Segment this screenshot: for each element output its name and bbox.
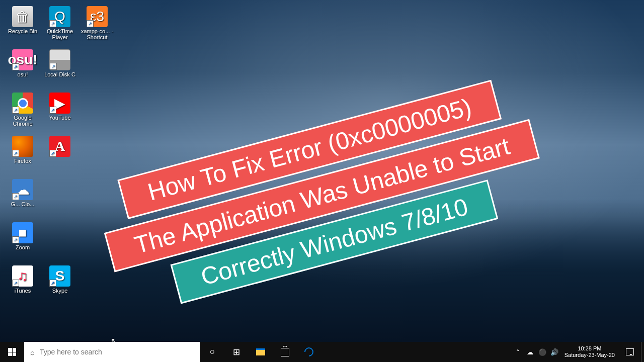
- wifi-icon: ⚫: [538, 348, 546, 356]
- tray-overflow-button[interactable]: ˄: [512, 342, 524, 362]
- start-button[interactable]: [0, 342, 24, 362]
- osu-icon[interactable]: osu!↗ osu!: [4, 47, 41, 90]
- shortcut-arrow-icon: ↗: [12, 280, 19, 287]
- shopping-bag-icon: [281, 348, 289, 356]
- quicktime-logo-icon: Q↗: [49, 6, 70, 27]
- cloud-icon: ☁: [527, 348, 533, 356]
- recycle-bin-icon[interactable]: 🗑 Recycle Bin: [4, 4, 41, 47]
- icon-label: YouTube: [49, 115, 70, 121]
- clock-time: 10:28 PM: [565, 345, 615, 352]
- folder-icon: [256, 348, 265, 355]
- search-icon: ⌕: [30, 348, 35, 356]
- icon-label: Local Disk C: [44, 71, 75, 77]
- osu-logo-icon: osu!↗: [12, 49, 33, 70]
- icon-label: osu!: [18, 71, 28, 77]
- firefox-logo-icon: ↗: [12, 136, 33, 157]
- icon-label: Google Chrome: [5, 115, 40, 127]
- action-center-button[interactable]: [619, 342, 641, 362]
- taskbar-search[interactable]: ⌕: [24, 342, 200, 362]
- volume-tray[interactable]: 🔊: [548, 342, 560, 362]
- xampp-logo-icon: ε3↗: [87, 6, 108, 27]
- icon-label: Skype: [52, 288, 68, 294]
- network-tray[interactable]: ⚫: [536, 342, 548, 362]
- shortcut-arrow-icon: ↗: [49, 150, 56, 157]
- icon-label: Recycle Bin: [8, 28, 37, 34]
- skype-icon[interactable]: S↗ Skype: [41, 263, 78, 307]
- windows-logo-icon: [8, 348, 16, 356]
- chevron-up-icon: ˄: [516, 348, 520, 356]
- icon-label: Zoom: [16, 244, 30, 250]
- youtube-icon[interactable]: ▶↗ YouTube: [41, 90, 78, 134]
- cortana-icon: ○: [210, 347, 215, 357]
- trash-icon: 🗑: [12, 6, 33, 27]
- itunes-icon[interactable]: ♫↗ iTunes: [4, 263, 41, 307]
- icon-label: QuickTime Player: [42, 28, 77, 40]
- icon-label: G... Clo...: [11, 201, 34, 207]
- shortcut-arrow-icon: ↗: [49, 107, 56, 114]
- skype-logo-icon: S↗: [49, 265, 70, 287]
- file-explorer-button[interactable]: [249, 342, 273, 362]
- taskbar: ⌕ ○ ⊞ ˄ ☁ ⚫ 🔊 10:28 PM Saturday-23-May-2…: [0, 342, 644, 362]
- shortcut-arrow-icon: ↗: [87, 20, 94, 27]
- chrome-logo-icon: ↗: [12, 93, 33, 114]
- shortcut-arrow-icon: ↗: [12, 150, 19, 157]
- xampp-icon[interactable]: ε3↗ xampp-co... - Shortcut: [78, 4, 116, 47]
- zoom-icon[interactable]: ■↗ Zoom: [4, 220, 41, 263]
- show-desktop-button[interactable]: [641, 342, 644, 362]
- adobe-logo-icon: A↗: [49, 136, 70, 157]
- shortcut-arrow-icon: ↗: [12, 236, 19, 243]
- system-tray: ˄ ☁ ⚫ 🔊 10:28 PM Saturday-23-May-20: [512, 342, 644, 362]
- clock-date: Saturday-23-May-20: [565, 352, 615, 358]
- shortcut-arrow-icon: ↗: [12, 193, 19, 200]
- notification-icon: [626, 348, 634, 355]
- shortcut-arrow-icon: ↗: [50, 63, 57, 70]
- task-view-button[interactable]: ⊞: [224, 342, 249, 362]
- cloud-icon: ☁↗: [12, 179, 33, 200]
- shortcut-arrow-icon: ↗: [49, 280, 56, 287]
- local-disk-icon[interactable]: ↗ Local Disk C: [41, 47, 78, 90]
- cloud-app-icon[interactable]: ☁↗ G... Clo...: [4, 177, 41, 220]
- search-input[interactable]: [40, 348, 194, 356]
- zoom-logo-icon: ■↗: [12, 222, 33, 243]
- cortana-button[interactable]: ○: [200, 342, 224, 362]
- chrome-icon[interactable]: ↗ Google Chrome: [4, 90, 41, 134]
- shortcut-arrow-icon: ↗: [12, 107, 19, 114]
- icon-label: iTunes: [15, 288, 31, 294]
- drive-icon: ↗: [49, 49, 70, 70]
- speaker-icon: 🔊: [550, 348, 558, 356]
- quicktime-icon[interactable]: Q↗ QuickTime Player: [41, 4, 78, 47]
- edge-button[interactable]: [297, 342, 321, 362]
- icon-label: Firefox: [14, 158, 31, 164]
- itunes-logo-icon: ♫↗: [12, 265, 33, 287]
- store-button[interactable]: [273, 342, 297, 362]
- shortcut-arrow-icon: ↗: [49, 20, 56, 27]
- firefox-icon[interactable]: ↗ Firefox: [4, 134, 41, 177]
- adobe-icon[interactable]: A↗: [41, 134, 78, 177]
- shortcut-arrow-icon: ↗: [12, 63, 19, 70]
- taskbar-clock[interactable]: 10:28 PM Saturday-23-May-20: [560, 345, 619, 358]
- edge-icon: [302, 345, 315, 358]
- onedrive-tray[interactable]: ☁: [524, 342, 536, 362]
- icon-label: xampp-co... - Shortcut: [79, 28, 115, 40]
- task-view-icon: ⊞: [233, 347, 240, 357]
- youtube-logo-icon: ▶↗: [49, 93, 70, 114]
